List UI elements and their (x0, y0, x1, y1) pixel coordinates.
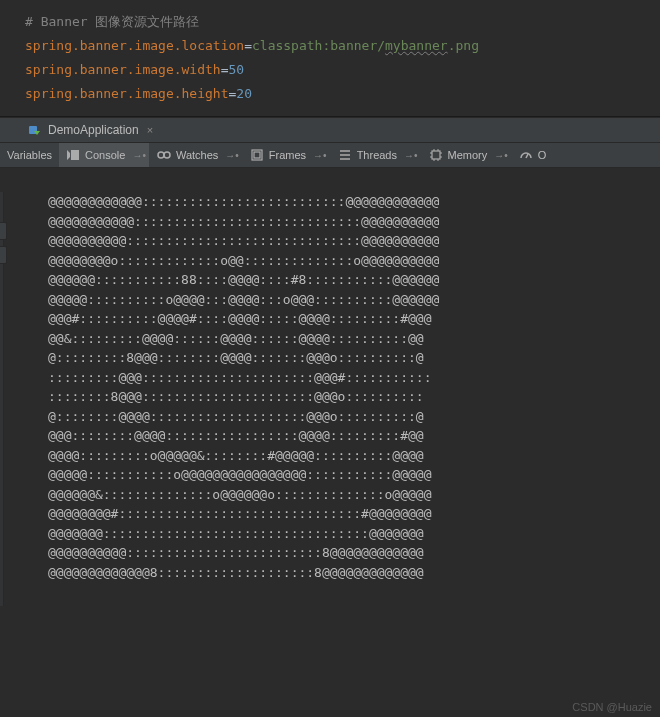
equals-sign: = (221, 62, 229, 77)
editor-line: spring.banner.image.height=20 (25, 82, 660, 106)
tab-watches[interactable]: Watches →• (150, 143, 242, 167)
tab-frames[interactable]: Frames →• (243, 143, 330, 167)
tab-demo-application[interactable]: DemoApplication × (20, 118, 161, 142)
threads-icon (338, 148, 352, 162)
run-tab-bar: DemoApplication × (0, 117, 660, 143)
editor-line: spring.banner.image.width=50 (25, 58, 660, 82)
equals-sign: = (244, 38, 252, 53)
debug-toolbar: Variables Console →• Watches →• Frames →… (0, 143, 660, 168)
svg-point-2 (164, 152, 170, 158)
close-icon[interactable]: × (147, 124, 153, 136)
property-key: spring.banner.image.width (25, 62, 221, 77)
svg-rect-5 (432, 151, 440, 159)
tool-label: Memory (448, 149, 488, 161)
tab-label: DemoApplication (48, 123, 139, 137)
banner-ascii-output: @@@@@@@@@@@@::::::::::::::::::::::::::@@… (0, 192, 660, 582)
watermark-text: CSDN @Huazie (572, 701, 652, 713)
tool-label: Watches (176, 149, 218, 161)
tab-console[interactable]: Console →• (59, 143, 149, 167)
frames-icon (250, 148, 264, 162)
tab-memory[interactable]: Memory →• (422, 143, 511, 167)
tool-label: O (538, 149, 547, 161)
pin-icon: →• (494, 150, 508, 161)
watches-icon (157, 148, 171, 162)
property-key: spring.banner.image.height (25, 86, 229, 101)
pin-icon: →• (225, 150, 239, 161)
svg-rect-4 (254, 152, 260, 158)
memory-icon (429, 148, 443, 162)
property-value: 50 (229, 62, 245, 77)
code-editor[interactable]: # Banner 图像资源文件路径 spring.banner.image.lo… (0, 0, 660, 116)
tool-label: Frames (269, 149, 306, 161)
gauge-icon (519, 148, 533, 162)
console-output-area[interactable]: @@@@@@@@@@@@::::::::::::::::::::::::::@@… (0, 168, 660, 582)
tab-threads[interactable]: Threads →• (331, 143, 421, 167)
editor-line: spring.banner.image.location=classpath:b… (25, 34, 660, 58)
tab-variables[interactable]: Variables (0, 143, 59, 167)
tool-label: Console (85, 149, 125, 161)
run-config-icon (28, 123, 42, 137)
pin-icon: →• (313, 150, 327, 161)
property-key: spring.banner.image.location (25, 38, 244, 53)
property-value: 20 (236, 86, 252, 101)
property-value: classpath:banner/mybanner.png (252, 38, 479, 53)
gutter-button[interactable] (0, 222, 7, 240)
pin-icon: →• (132, 150, 146, 161)
console-gutter (0, 192, 4, 606)
tool-label: Variables (7, 149, 52, 161)
gutter-button[interactable] (0, 246, 7, 264)
editor-line: # Banner 图像资源文件路径 (25, 10, 660, 34)
tab-overhead[interactable]: O (512, 143, 550, 167)
console-icon (66, 148, 80, 162)
pin-icon: →• (404, 150, 418, 161)
svg-point-1 (158, 152, 164, 158)
tool-label: Threads (357, 149, 397, 161)
comment-text: # Banner 图像资源文件路径 (25, 14, 199, 29)
